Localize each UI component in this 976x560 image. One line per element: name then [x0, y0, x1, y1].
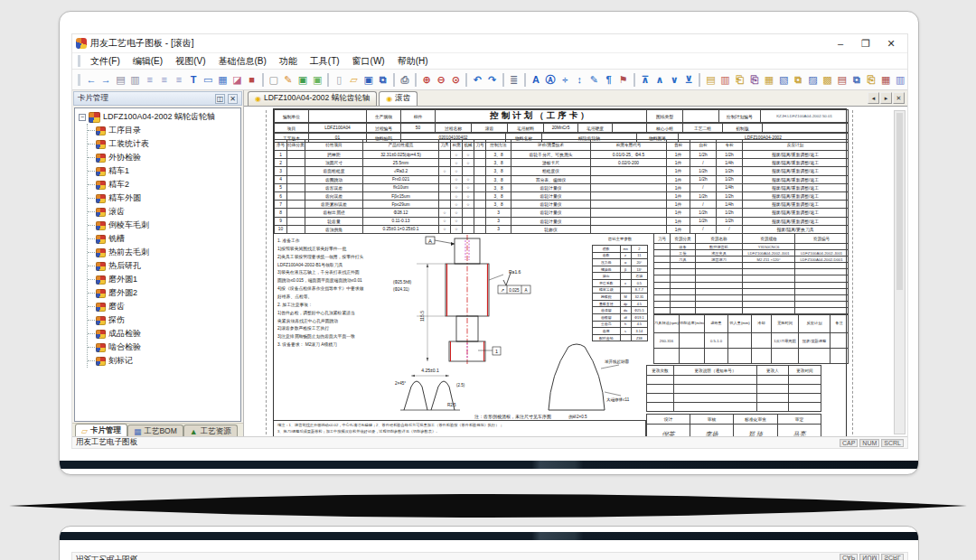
image-export-icon[interactable]: ▣: [311, 72, 324, 88]
tree-item[interactable]: 成品检验: [88, 327, 240, 341]
cell-cut-icon[interactable]: ▤: [835, 72, 849, 88]
paragraph-icon[interactable]: ¶: [602, 72, 615, 88]
print-icon[interactable]: ⎙: [398, 72, 411, 88]
eraser-icon[interactable]: ◪: [230, 72, 244, 88]
tree-item[interactable]: 热后研孔: [88, 259, 240, 273]
back-icon[interactable]: ←: [85, 72, 99, 88]
tree-item[interactable]: 工装统计表: [88, 137, 240, 151]
zoom-out-icon[interactable]: ⊖: [435, 72, 448, 88]
os-taskbar[interactable]: [60, 461, 918, 469]
align-right-icon[interactable]: ≡: [172, 72, 185, 88]
menu-item-1[interactable]: 文件(F): [84, 55, 127, 68]
pin-icon[interactable]: ◫: [215, 94, 225, 104]
tree-item[interactable]: 外协检验: [88, 151, 240, 164]
menu-item-4[interactable]: 基础信息(B): [211, 55, 272, 68]
menu-item-2[interactable]: 编辑(E): [127, 55, 169, 68]
tree-item[interactable]: 啮合检验: [88, 341, 240, 354]
tree-item[interactable]: 刻标记: [88, 354, 240, 368]
tree-item[interactable]: 磨齿: [88, 300, 240, 313]
zoom-in-icon[interactable]: ⊕: [419, 72, 433, 88]
table-tool-icon[interactable]: ▦: [216, 72, 230, 88]
col-insert-icon[interactable]: ▦: [762, 72, 775, 88]
card-copy-icon[interactable]: ⎗: [733, 72, 746, 88]
tab-close-icon[interactable]: ✕: [893, 92, 905, 104]
tree-item[interactable]: 滚齿: [88, 205, 240, 219]
collapse-icon[interactable]: −: [79, 114, 86, 121]
document-tab[interactable]: ◉滚齿: [379, 91, 418, 106]
updown-tool-icon[interactable]: ↕: [573, 72, 587, 88]
document-tab[interactable]: ◉LDFZ100A04-2002 蜗轮齿轮轴: [248, 91, 377, 106]
tree-item[interactable]: 精车2: [88, 178, 240, 191]
maximize-button[interactable]: ❐: [853, 34, 878, 52]
row-copy-icon[interactable]: ⧉: [792, 72, 805, 88]
save-icon[interactable]: ▣: [361, 72, 375, 88]
align-center-icon[interactable]: ≡: [157, 72, 171, 88]
menu-item-7[interactable]: 窗口(W): [346, 55, 391, 68]
flag-note-icon[interactable]: ⚑: [616, 72, 630, 88]
tab-prev-icon[interactable]: ◂: [868, 92, 879, 104]
col-delete-icon[interactable]: ▧: [777, 72, 791, 88]
font-tool-icon[interactable]: A: [529, 72, 542, 88]
menu-item-5[interactable]: 功能: [273, 55, 304, 68]
move-bottom-icon[interactable]: ⊻: [682, 72, 696, 88]
tree-item[interactable]: 精车1: [88, 164, 240, 178]
note-line: 2. 加工注意事项：: [277, 302, 393, 310]
forward-icon[interactable]: →: [99, 72, 113, 88]
card-export-icon[interactable]: ▦: [879, 72, 893, 88]
document-canvas[interactable]: 编制单位 生产纲领 样件 控制计划（工序卡） 图纸类型 控制计划编号 KZJ: [244, 107, 907, 438]
menu-item-3[interactable]: 视图(V): [169, 55, 211, 68]
dia-dim-1: (Φ25.5h8): [393, 280, 412, 285]
tree-root[interactable]: − LDFZ100A04-2002 蜗轮齿轮轴: [79, 110, 240, 124]
column-header: 首检: [667, 140, 690, 151]
doc-edit-icon[interactable]: ▨: [806, 72, 820, 88]
tree-item[interactable]: 磨外圆2: [88, 286, 240, 300]
card-format-icon[interactable]: ▥: [894, 72, 907, 88]
tab-next-icon[interactable]: ▸: [880, 92, 892, 104]
symbol-tool-icon[interactable]: ÷: [558, 72, 572, 88]
zoom-reset-icon[interactable]: ⊙: [449, 72, 463, 88]
save-all-icon[interactable]: ⧉: [376, 72, 389, 88]
card-props-icon[interactable]: ≣: [507, 72, 521, 88]
panel-close-icon[interactable]: ✕: [228, 94, 238, 104]
text-tool-icon[interactable]: T: [186, 72, 200, 88]
move-top-icon[interactable]: ⊼: [638, 72, 652, 88]
close-button[interactable]: ✕: [878, 34, 904, 52]
menu-item-6[interactable]: 工具(T): [304, 55, 346, 68]
card-lock-icon[interactable]: ⎘: [747, 72, 761, 88]
menu-item-8[interactable]: 帮助(H): [391, 55, 435, 68]
vertical-scrollbar[interactable]: [894, 110, 906, 434]
tree-item-label: 磨外圆1: [108, 274, 137, 285]
annotate-icon[interactable]: ✎: [587, 72, 601, 88]
tab-icon: ▱: [81, 426, 88, 435]
tree-item[interactable]: 探伤: [88, 313, 240, 327]
align-left-icon[interactable]: ≡: [143, 72, 156, 88]
tree-item[interactable]: 铣槽: [88, 232, 240, 246]
pencil-icon[interactable]: ✎: [281, 72, 295, 88]
field-prev-icon[interactable]: ▤: [114, 72, 127, 88]
image-insert-icon[interactable]: ▣: [296, 72, 309, 88]
row-insert-icon[interactable]: ▤: [704, 72, 718, 88]
tree-item[interactable]: 精车外圆: [88, 191, 240, 205]
cell-copy-icon[interactable]: ⧉: [849, 72, 863, 88]
move-up-icon[interactable]: ∧: [652, 72, 666, 88]
tree-item[interactable]: 热前去毛刺: [88, 246, 240, 259]
tree-item[interactable]: 磨外圆1: [88, 273, 240, 286]
minimize-button[interactable]: –: [828, 34, 853, 52]
fill-icon[interactable]: ■: [245, 72, 258, 88]
doc-view-icon[interactable]: ▩: [821, 72, 834, 88]
redo-icon[interactable]: ↷: [485, 72, 499, 88]
circle-text-icon[interactable]: Ⓐ: [543, 72, 557, 88]
tree-item[interactable]: 工序目录: [88, 124, 240, 137]
rect-tool-icon[interactable]: ▭: [202, 72, 215, 88]
new-file-icon[interactable]: ▯: [333, 72, 346, 88]
undo-icon[interactable]: ↶: [471, 72, 484, 88]
field-next-icon[interactable]: ▥: [128, 72, 142, 88]
move-down-icon[interactable]: ∨: [668, 72, 681, 88]
tree-connector: [88, 130, 95, 131]
select-rect-icon[interactable]: ▢: [267, 72, 280, 88]
cell-paste-icon[interactable]: ⎘: [864, 72, 877, 88]
row-delete-icon[interactable]: ▥: [718, 72, 732, 88]
tree-item[interactable]: 倒棱车毛刺: [88, 219, 240, 232]
open-file-icon[interactable]: ▱: [347, 72, 361, 88]
tree-item-label: 热前去毛刺: [108, 247, 149, 258]
